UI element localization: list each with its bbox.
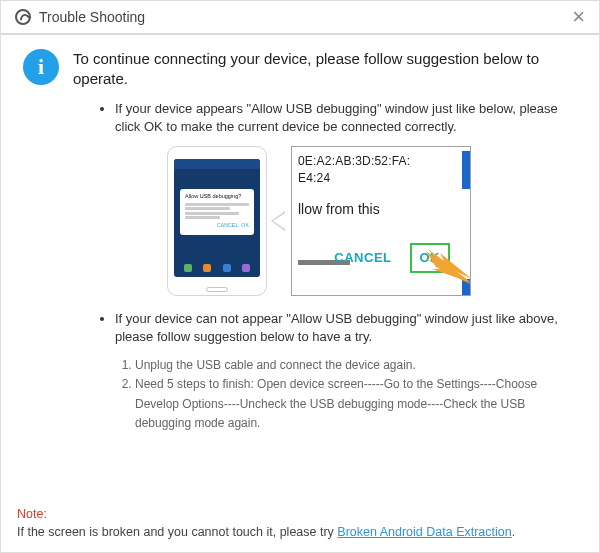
speech-arrow-icon <box>271 211 285 231</box>
svg-marker-2 <box>426 251 471 285</box>
intro-row: i To continue connecting your device, pl… <box>23 49 577 90</box>
intro-text: To continue connecting your device, plea… <box>73 49 577 90</box>
info-icon: i <box>23 49 59 85</box>
cancel-button: CANCEL <box>334 249 391 267</box>
phone-dialog: Allow USB debugging? CANCEL OK <box>180 189 254 235</box>
phone-mockup: Allow USB debugging? CANCEL OK <box>167 146 267 296</box>
suggestion-text: If your device appears "Allow USB debugg… <box>115 101 558 134</box>
phone-dialog-buttons: CANCEL OK <box>185 222 249 229</box>
list-item: If your device appears "Allow USB debugg… <box>115 100 577 296</box>
close-icon[interactable]: × <box>572 9 585 25</box>
step-item: Unplug the USB cable and connect the dev… <box>135 356 577 375</box>
steps-list: Unplug the USB cable and connect the dev… <box>115 356 577 433</box>
dialog-zoom: 0E:A2:AB:3D:52:FA: E4:24 llow from this … <box>291 146 471 296</box>
rsa-fingerprint: 0E:A2:AB:3D:52:FA: E4:24 <box>292 147 470 189</box>
app-icon <box>15 9 31 25</box>
suggestion-text: If your device can not appear "Allow USB… <box>115 311 558 344</box>
phone-screen: Allow USB debugging? CANCEL OK <box>174 159 260 277</box>
note-label: Note: <box>17 507 47 521</box>
note-tail: . <box>512 525 515 539</box>
note-text: If the screen is broken and you cannot t… <box>17 525 337 539</box>
allow-from-text: llow from this <box>292 188 470 228</box>
step-item: Need 5 steps to finish: Open device scre… <box>135 375 577 433</box>
window-title: Trouble Shooting <box>39 9 145 25</box>
note-block: Note: If the screen is broken and you ca… <box>17 505 583 543</box>
list-item: If your device can not appear "Allow USB… <box>115 310 577 433</box>
dialog-body: i To continue connecting your device, pl… <box>1 35 599 433</box>
phone-dock-icons <box>174 261 260 275</box>
broken-android-link[interactable]: Broken Android Data Extraction <box>337 525 511 539</box>
window-header: Trouble Shooting × <box>1 1 599 35</box>
suggestion-list: If your device appears "Allow USB debugg… <box>23 100 577 434</box>
illustration: Allow USB debugging? CANCEL OK <box>167 146 577 296</box>
home-button-icon <box>206 287 228 292</box>
phone-dialog-title: Allow USB debugging? <box>185 193 249 201</box>
